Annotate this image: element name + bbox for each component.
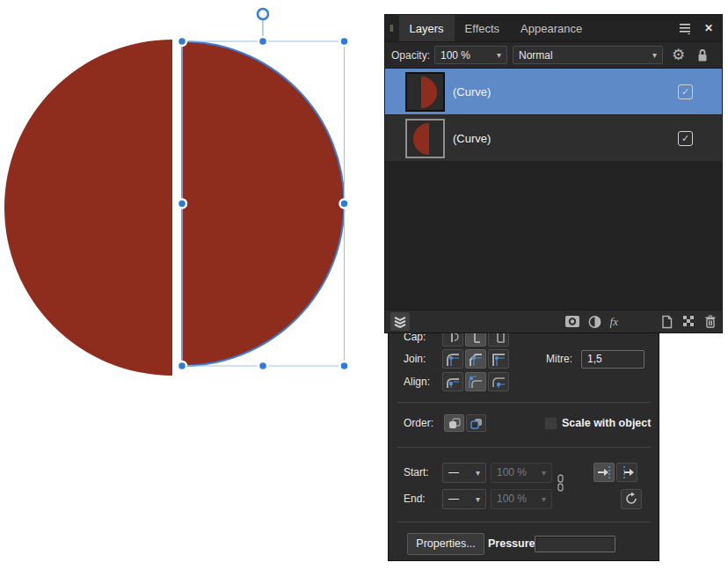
opacity-row: Opacity: 100 % ▾ Normal ▾ ⚙ bbox=[385, 42, 722, 69]
handle-top-middle[interactable] bbox=[258, 37, 267, 46]
arrowhead-button-group bbox=[593, 463, 637, 482]
blend-mode-dropdown[interactable]: Normal ▾ bbox=[513, 46, 663, 64]
opacity-value: 100 % bbox=[440, 49, 470, 62]
caret-down-icon: ▾ bbox=[652, 50, 657, 60]
line-style-glyph: — bbox=[448, 493, 459, 505]
scale-with-object-checkbox[interactable] bbox=[544, 417, 557, 430]
pressure-input[interactable] bbox=[535, 536, 615, 552]
handle-bottom-right[interactable] bbox=[340, 362, 349, 370]
align-label: Align: bbox=[404, 376, 430, 388]
tab-effects[interactable]: Effects bbox=[455, 15, 511, 41]
close-panel-icon[interactable]: ✕ bbox=[704, 22, 713, 34]
rotation-handle[interactable] bbox=[258, 9, 268, 19]
adjustment-layer-icon[interactable] bbox=[587, 315, 602, 329]
end-row: End: — ▾ 100 % ▾ bbox=[389, 488, 659, 509]
mitre-input[interactable] bbox=[581, 350, 644, 369]
order-stroke-front-button[interactable] bbox=[444, 414, 464, 432]
handle-bottom-left[interactable] bbox=[178, 362, 186, 370]
right-semicircle-shape[interactable] bbox=[182, 41, 344, 366]
layer-thumbnail[interactable] bbox=[405, 72, 445, 112]
tabbar-spacer bbox=[593, 15, 679, 41]
layers-stack-icon[interactable] bbox=[390, 312, 410, 331]
end-label: End: bbox=[404, 493, 426, 505]
mitre-label: Mitre: bbox=[546, 353, 572, 365]
tab-layers[interactable]: Layers bbox=[399, 15, 455, 41]
layer-effects-icon[interactable]: fx bbox=[610, 315, 618, 329]
join-round-button[interactable] bbox=[442, 349, 463, 369]
handle-middle-right[interactable] bbox=[340, 200, 349, 208]
pressure-label: Pressure: bbox=[488, 537, 539, 550]
lock-icon[interactable] bbox=[696, 48, 709, 62]
layer-list: (Curve) ✓ (Curve) ✓ bbox=[385, 69, 722, 310]
start-row: Start: — ▾ 100 % ▾ bbox=[389, 462, 659, 483]
line-style-glyph: — bbox=[448, 466, 459, 478]
order-stroke-back-button[interactable] bbox=[466, 414, 486, 432]
panel-menu-icon[interactable] bbox=[679, 22, 692, 34]
layer-name: (Curve) bbox=[453, 85, 678, 99]
start-style-dropdown[interactable]: — ▾ bbox=[442, 463, 486, 483]
start-label: Start: bbox=[404, 466, 429, 478]
handle-top-right[interactable] bbox=[340, 37, 349, 46]
swap-arrows-button[interactable] bbox=[621, 489, 642, 509]
arrow-inside-button[interactable] bbox=[593, 463, 615, 482]
panel-grip-icon[interactable]: ‖ bbox=[385, 15, 399, 41]
divider bbox=[397, 522, 650, 522]
layers-toolbar: fx bbox=[385, 310, 722, 332]
align-outside-button[interactable] bbox=[488, 372, 509, 391]
caret-down-icon: ▾ bbox=[542, 494, 546, 504]
caret-down-icon: ▾ bbox=[476, 494, 480, 504]
layer-thumbnail[interactable] bbox=[405, 119, 445, 158]
layers-panel: ‖ Layers Effects Appearance ✕ Opacity: 1… bbox=[384, 14, 723, 333]
divider bbox=[397, 447, 650, 448]
arrow-outside-button[interactable] bbox=[616, 463, 637, 482]
end-style-dropdown[interactable]: — ▾ bbox=[442, 489, 486, 509]
start-pressure-dropdown[interactable]: 100 % ▾ bbox=[491, 463, 552, 483]
caret-down-icon: ▾ bbox=[542, 468, 546, 478]
align-button-group bbox=[442, 372, 509, 391]
order-row: Order: Scale with object bbox=[389, 413, 659, 434]
mask-layer-icon[interactable] bbox=[564, 315, 580, 328]
align-center-button[interactable] bbox=[442, 372, 463, 391]
check-icon: ✓ bbox=[681, 133, 689, 144]
tab-appearance[interactable]: Appearance bbox=[510, 15, 593, 41]
opacity-label: Opacity: bbox=[391, 49, 430, 62]
order-label: Order: bbox=[404, 417, 433, 429]
end-pct-value: 100 % bbox=[497, 493, 527, 505]
align-inside-button[interactable] bbox=[465, 372, 486, 391]
handle-bottom-middle[interactable] bbox=[258, 362, 267, 370]
join-row: Join: Mitre: bbox=[389, 348, 659, 369]
end-pressure-dropdown[interactable]: 100 % ▾ bbox=[491, 489, 552, 509]
join-miter-button[interactable] bbox=[488, 349, 509, 369]
left-semicircle-shape[interactable] bbox=[4, 40, 172, 376]
add-layer-icon[interactable] bbox=[660, 315, 673, 329]
divider bbox=[397, 402, 650, 403]
start-pct-value: 100 % bbox=[497, 466, 527, 478]
handle-top-left[interactable] bbox=[178, 37, 186, 46]
layer-row-curve-top[interactable]: (Curve) ✓ bbox=[385, 69, 722, 114]
opacity-dropdown[interactable]: 100 % ▾ bbox=[434, 46, 507, 64]
join-button-group bbox=[442, 349, 509, 369]
order-button-group bbox=[444, 414, 486, 432]
layer-row-curve-bottom[interactable]: (Curve) ✓ bbox=[385, 115, 722, 161]
check-icon: ✓ bbox=[681, 86, 689, 98]
join-label: Join: bbox=[404, 353, 426, 365]
rasterize-checkerboard-icon[interactable] bbox=[683, 316, 695, 327]
properties-button[interactable]: Properties... bbox=[407, 533, 484, 555]
stroke-panel: Cap: Join: Mitre: bbox=[388, 318, 659, 561]
handle-middle-left[interactable] bbox=[178, 200, 186, 208]
visibility-checkbox[interactable]: ✓ bbox=[678, 84, 693, 99]
panel-tab-bar: ‖ Layers Effects Appearance ✕ bbox=[385, 15, 722, 42]
scale-with-object-label: Scale with object bbox=[562, 417, 651, 429]
align-row: Align: bbox=[389, 371, 659, 392]
gear-icon[interactable]: ⚙ bbox=[672, 47, 685, 62]
blend-mode-value: Normal bbox=[519, 49, 553, 62]
properties-row: Properties... Pressure: bbox=[389, 533, 659, 554]
join-bevel-button[interactable] bbox=[465, 349, 486, 369]
caret-down-icon: ▾ bbox=[497, 50, 501, 60]
visibility-checkbox[interactable]: ✓ bbox=[678, 131, 693, 146]
caret-down-icon: ▾ bbox=[476, 468, 480, 478]
delete-layer-trash-icon[interactable] bbox=[704, 315, 717, 328]
layer-name: (Curve) bbox=[453, 132, 678, 145]
